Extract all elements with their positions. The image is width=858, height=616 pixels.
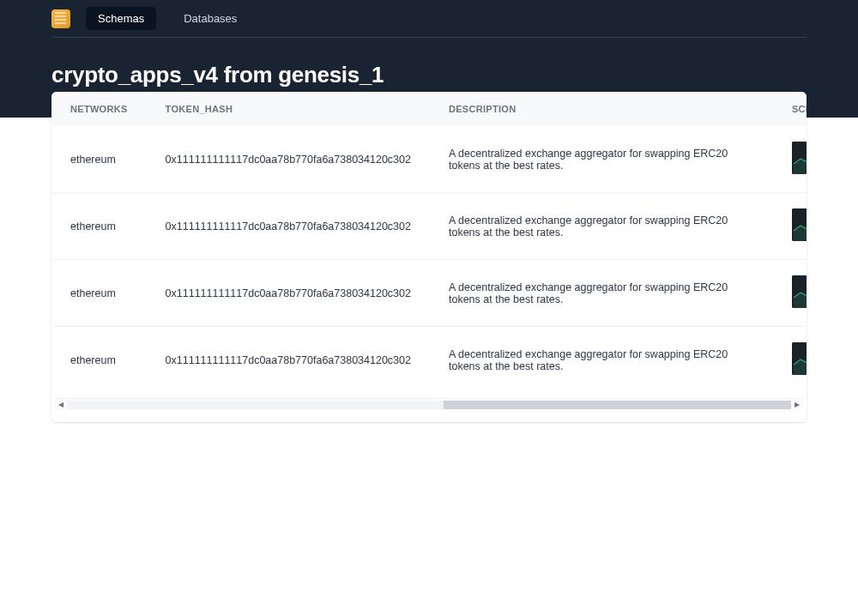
col-header-description[interactable]: DESCRIPTION [430, 92, 773, 126]
scroll-track[interactable] [67, 401, 791, 409]
cell-token-hash: 0x111111111117dc0aa78b770fa6a738034120c3… [147, 193, 430, 260]
cell-token-hash: 0x111111111117dc0aa78b770fa6a738034120c3… [147, 260, 430, 327]
cell-description: A decentralized exchange aggregator for … [430, 126, 773, 193]
screenshot-thumbnail[interactable] [792, 275, 807, 308]
cell-token-hash: 0x111111111117dc0aa78b770fa6a738034120c3… [147, 126, 430, 193]
cell-networks: ethereum [51, 260, 147, 327]
results-card: NETWORKS TOKEN_HASH DESCRIPTION SCREENSH… [51, 92, 807, 422]
cell-screenshots [773, 260, 807, 327]
cell-screenshots [773, 126, 807, 193]
scroll-left-arrow-icon[interactable]: ◀ [55, 399, 67, 411]
data-table: NETWORKS TOKEN_HASH DESCRIPTION SCREENSH… [51, 92, 807, 393]
scroll-thumb[interactable] [444, 401, 791, 409]
screenshot-thumbnail[interactable] [792, 142, 807, 174]
col-header-token-hash[interactable]: TOKEN_HASH [147, 92, 430, 126]
app-logo-icon[interactable] [51, 9, 70, 28]
cell-screenshots [773, 327, 807, 394]
table-row[interactable]: ethereum0x111111111117dc0aa78b770fa6a738… [51, 327, 807, 394]
screenshot-thumbnail[interactable] [792, 342, 807, 375]
cell-token-hash: 0x111111111117dc0aa78b770fa6a738034120c3… [147, 327, 430, 394]
col-header-screenshots[interactable]: SCREENSHOTS [773, 92, 807, 126]
scroll-right-arrow-icon[interactable]: ▶ [791, 399, 803, 411]
cell-networks: ethereum [51, 327, 147, 394]
page-title: crypto_apps_v4 from genesis_1 [51, 62, 807, 88]
table-row[interactable]: ethereum0x111111111117dc0aa78b770fa6a738… [51, 193, 807, 260]
tab-schemas[interactable]: Schemas [86, 7, 156, 30]
cell-description: A decentralized exchange aggregator for … [430, 327, 773, 394]
horizontal-scrollbar[interactable]: ◀ ▶ [55, 398, 803, 410]
cell-description: A decentralized exchange aggregator for … [430, 260, 773, 327]
table-row[interactable]: ethereum0x111111111117dc0aa78b770fa6a738… [51, 260, 807, 327]
screenshot-thumbnail[interactable] [792, 208, 807, 241]
cell-networks: ethereum [51, 126, 147, 193]
cell-networks: ethereum [51, 193, 147, 260]
cell-screenshots [773, 193, 807, 260]
nav-row: Schemas Databases [51, 0, 807, 38]
cell-description: A decentralized exchange aggregator for … [430, 193, 773, 260]
col-header-networks[interactable]: NETWORKS [51, 92, 147, 126]
table-row[interactable]: ethereum0x111111111117dc0aa78b770fa6a738… [51, 126, 807, 193]
tab-databases[interactable]: Databases [172, 7, 249, 30]
